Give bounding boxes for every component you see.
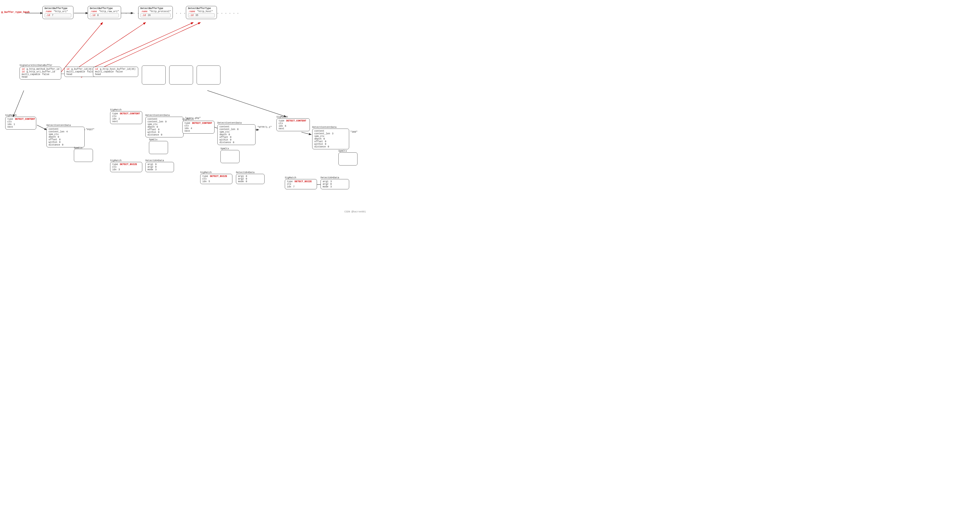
detect-content-data-4: content content_len3 spm_ctx depth0 offs… bbox=[312, 129, 349, 149]
detect-u64-data-1: arg19 arg20 mode3 bbox=[145, 162, 174, 172]
sigmatch-4: typeDETECT_CONTENT ctx idx6 next bbox=[277, 118, 310, 131]
sigmatch-bsize-3-label: SigMatch bbox=[285, 176, 296, 179]
detect-content-1-label: DetectContentData bbox=[46, 124, 71, 127]
sigmatch-3: typeDETECT_CONTENT ctx idx4 next bbox=[182, 121, 215, 133]
detect-content-data-2: content content_len9 spm_ctx depth0 offs… bbox=[145, 117, 183, 137]
post-value: "POST" bbox=[86, 128, 94, 131]
spm-ctx-4 bbox=[339, 152, 358, 165]
watermark: CSDN @hacree001 bbox=[344, 210, 366, 213]
sig-init-label: SignatureInitDataBuffer bbox=[19, 64, 52, 67]
sigmatch-2: typeDETECT_CONTENT ctx idx2 next bbox=[110, 111, 142, 124]
spm-ctx-3 bbox=[220, 150, 240, 163]
svg-line-22 bbox=[207, 90, 286, 117]
sigmatch-1: typeDETECT_CONTENT ctx idx1 next bbox=[5, 117, 36, 130]
http11-value: "HTTP/1.1" bbox=[258, 126, 272, 129]
sigmatch-bsize-3: typeDETECT_BSIZE ctx idx7 bbox=[285, 179, 317, 189]
detect-u64-data-2: arg18 arg20 mode0 bbox=[236, 174, 264, 184]
sigmatch-bsize-2: typeDETECT_BSIZE ctx idx5 bbox=[200, 174, 232, 184]
detect-content-2-label: DetectContentData bbox=[145, 114, 170, 117]
spm-ctx-3-label: SpmCtx bbox=[220, 147, 229, 150]
sig-init-box-6 bbox=[197, 65, 220, 84]
svg-line-11 bbox=[37, 125, 46, 130]
detect-buffer-type-3: DetectBufferType .name "http_protocol" .… bbox=[138, 6, 173, 19]
detect-content-4-label: DetectContentData bbox=[312, 126, 337, 129]
detect-content-data-1: content content_len4 spm_ctx depth0 offs… bbox=[46, 127, 84, 148]
svg-line-10 bbox=[13, 90, 24, 117]
sigmatch-bsize-1-label: SigMatch bbox=[110, 159, 121, 162]
detect-u64-3-label: DetectU64Data bbox=[321, 176, 339, 179]
sigmatch-bsize-1: typeDETECT_BSIZE ctx idx3 bbox=[110, 162, 142, 172]
detect-u64-data-3: arg13 arg20 mode3 bbox=[321, 179, 349, 189]
detect-content-data-3: content content_len8 spm_ctx depth0 offs… bbox=[217, 124, 256, 145]
hash-label: g_buffer_type_hash bbox=[1, 11, 30, 14]
spm-ctx-1 bbox=[74, 149, 93, 162]
sigmatch1-label: SigMatch bbox=[5, 114, 17, 117]
diagram-canvas: · · · · · · · · · · · · · · · · · · bbox=[0, 0, 367, 214]
360-value: "360" bbox=[350, 130, 358, 133]
detect-buffer-type-4: DetectBufferType .name "http_host" .id 3… bbox=[186, 6, 217, 19]
sig-init-box-4 bbox=[142, 65, 165, 84]
sigmatch4-label: SigMatch bbox=[277, 116, 288, 118]
detect-buffer-type-2: DetectBufferType .name "http_raw_uri" .i… bbox=[88, 6, 121, 19]
svg-line-6 bbox=[60, 23, 102, 74]
svg-line-19 bbox=[301, 132, 311, 135]
sigmatch2-label: SigMatch bbox=[110, 108, 121, 111]
spm-ctx-2 bbox=[149, 141, 168, 154]
svg-text:· · · · · ·: · · · · · · bbox=[217, 11, 239, 15]
sig-init-box-5 bbox=[169, 65, 193, 84]
sig-init-box-3: idg_http_host_buffer_id(35) multi_capabl… bbox=[93, 67, 138, 77]
spm-ctx-4-label: SpmCtx bbox=[339, 149, 347, 152]
detect-u64-1-label: DetectU64Data bbox=[145, 159, 164, 162]
sigmatch3-label: SigMatch bbox=[182, 118, 194, 121]
detect-u64-2-label: DetectU64Data bbox=[236, 171, 255, 174]
detect-content-3-label: DetectContentData bbox=[217, 121, 242, 124]
detect-buffer-type-1: DetectBufferType .name "http_uri" .id 7 bbox=[43, 6, 73, 19]
sig-init-box-1: idg_http_method_buffer_id idg_http_uri_b… bbox=[19, 67, 61, 79]
sigmatch-bsize-2-label: SigMatch bbox=[200, 171, 212, 174]
spm-ctx-2-label: SpmCtx bbox=[149, 138, 158, 141]
